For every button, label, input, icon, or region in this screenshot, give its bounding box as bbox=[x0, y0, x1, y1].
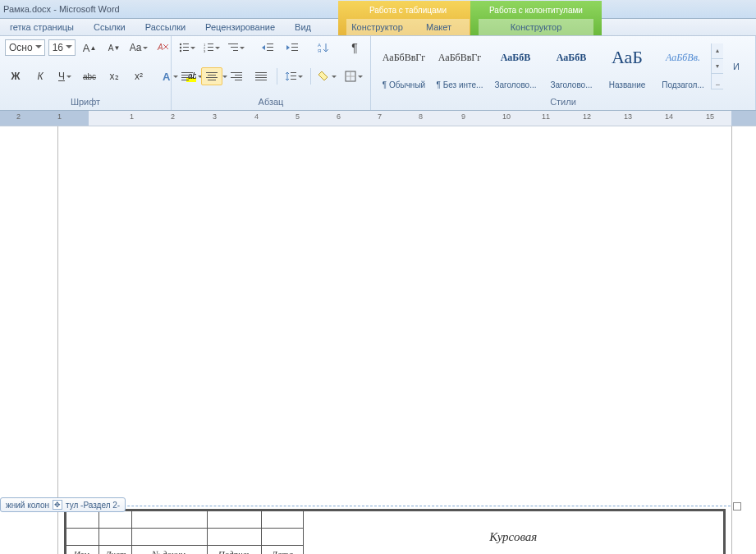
page[interactable] bbox=[57, 126, 732, 554]
tab-references[interactable]: Ссылки bbox=[84, 19, 135, 35]
svg-rect-39 bbox=[231, 77, 242, 78]
cell-work-type[interactable]: Курсовая bbox=[303, 511, 723, 555]
tab-header-design[interactable]: Конструктор bbox=[479, 19, 593, 35]
styles-scroll-more-icon[interactable]: ⎯ bbox=[712, 74, 723, 89]
increase-indent-button[interactable] bbox=[282, 39, 303, 57]
shading-button[interactable] bbox=[316, 67, 339, 85]
group-styles-label: Стили bbox=[373, 95, 754, 108]
svg-rect-22 bbox=[267, 47, 273, 48]
grow-font-button[interactable]: A▲ bbox=[79, 39, 100, 57]
ruler-number: 5 bbox=[296, 112, 300, 121]
tab-table-design[interactable]: Конструктор bbox=[346, 19, 408, 35]
document-area[interactable]: жний колон ✥ тул -Раздел 2- Курсовая Изм… bbox=[0, 126, 756, 554]
ruler-left-margin bbox=[0, 111, 89, 126]
title-block-table[interactable]: Курсовая Изм. Лист № докум. Подпись Дата… bbox=[64, 509, 726, 554]
ruler-number: 1 bbox=[57, 112, 62, 121]
styles-gallery-scroll[interactable]: ▴ ▾ ⎯ bbox=[711, 43, 723, 89]
style-no-spacing[interactable]: АаБбВвГг ¶ Без инте... bbox=[432, 41, 488, 92]
ruler-number: 11 bbox=[542, 112, 550, 121]
svg-rect-20 bbox=[233, 50, 238, 51]
cell-header-docnum[interactable]: № докум. bbox=[132, 546, 208, 555]
svg-rect-46 bbox=[291, 76, 296, 76]
tab-view[interactable]: Вид bbox=[285, 19, 321, 35]
font-size-combo[interactable]: 16 bbox=[48, 39, 76, 56]
svg-text:Я: Я bbox=[318, 48, 321, 53]
footer-boundary-line bbox=[57, 506, 731, 506]
svg-text:3: 3 bbox=[204, 49, 206, 53]
ruler-number: 4 bbox=[254, 112, 259, 121]
font-name-combo[interactable]: Осно bbox=[5, 39, 45, 56]
style-heading2[interactable]: АаБбВ Заголово... bbox=[543, 41, 599, 92]
horizontal-ruler[interactable]: 21123456789101112131415 bbox=[0, 111, 756, 126]
group-paragraph: 123 AЯ ¶ Абзац bbox=[172, 36, 371, 110]
svg-rect-9 bbox=[183, 47, 189, 48]
bullets-button[interactable] bbox=[176, 39, 198, 57]
tab-mailings[interactable]: Рассылки bbox=[135, 19, 195, 35]
ruler-number: 12 bbox=[583, 112, 591, 121]
clear-formatting-button[interactable]: A bbox=[153, 39, 174, 57]
strikethrough-button[interactable]: abc bbox=[79, 67, 100, 85]
table-row[interactable]: Курсовая bbox=[66, 511, 724, 529]
style-title[interactable]: АаБ Название bbox=[599, 41, 655, 92]
borders-button[interactable] bbox=[342, 67, 365, 85]
table-tools-title: Работа с таблицами bbox=[346, 2, 470, 19]
ribbon: Осно 16 A▲ A▼ Aa A Ж К Ч abc x₂ x² A ab … bbox=[0, 36, 756, 111]
svg-rect-7 bbox=[183, 43, 189, 44]
table-resize-handle-icon[interactable] bbox=[733, 502, 741, 511]
cell-header-list[interactable]: Лист bbox=[99, 546, 132, 555]
svg-rect-24 bbox=[291, 43, 298, 44]
line-spacing-button[interactable] bbox=[282, 67, 305, 85]
ruler-number: 3 bbox=[213, 112, 217, 121]
multilevel-list-button[interactable] bbox=[226, 39, 247, 57]
bold-button[interactable]: Ж bbox=[5, 67, 26, 85]
group-font-label: Шрифт bbox=[5, 95, 166, 108]
shrink-font-button[interactable]: A▼ bbox=[103, 39, 125, 57]
svg-rect-36 bbox=[208, 80, 216, 80]
underline-button[interactable]: Ч bbox=[54, 67, 76, 85]
svg-rect-44 bbox=[255, 80, 267, 80]
style-normal[interactable]: АаБбВвГг ¶ Обычный bbox=[376, 41, 432, 92]
align-left-button[interactable] bbox=[176, 67, 198, 85]
change-case-button[interactable]: Aa bbox=[128, 39, 149, 57]
align-right-button[interactable] bbox=[226, 67, 247, 85]
svg-text:A: A bbox=[318, 43, 321, 48]
svg-point-10 bbox=[180, 50, 181, 52]
styles-scroll-down-icon[interactable]: ▾ bbox=[712, 59, 723, 75]
sort-button[interactable]: AЯ bbox=[313, 39, 334, 57]
ruler-number: 13 bbox=[624, 112, 632, 121]
ruler-number: 7 bbox=[378, 112, 382, 121]
styles-scroll-up-icon[interactable]: ▴ bbox=[712, 43, 723, 59]
contextual-tab-table-tools: Работа с таблицами Конструктор Макет bbox=[338, 1, 479, 35]
style-heading1[interactable]: АаБбВ Заголово... bbox=[488, 41, 543, 92]
justify-button[interactable] bbox=[250, 67, 272, 85]
subscript-button[interactable]: x₂ bbox=[103, 67, 125, 85]
align-center-button[interactable] bbox=[201, 67, 222, 85]
svg-rect-41 bbox=[255, 72, 267, 73]
tab-page-layout[interactable]: гетка страницы bbox=[0, 19, 84, 35]
svg-rect-13 bbox=[208, 43, 213, 44]
numbering-button[interactable]: 123 bbox=[201, 39, 222, 57]
change-styles-button[interactable]: И bbox=[723, 62, 745, 71]
cell-header-date[interactable]: Дата bbox=[262, 546, 304, 555]
decrease-indent-button[interactable] bbox=[257, 39, 278, 57]
svg-rect-11 bbox=[183, 50, 189, 51]
svg-rect-25 bbox=[291, 47, 298, 48]
ruler-number: 2 bbox=[171, 112, 175, 121]
cell-header-izm[interactable]: Изм. bbox=[66, 546, 99, 555]
ruler-number: 8 bbox=[419, 112, 423, 121]
separator bbox=[310, 68, 311, 85]
svg-rect-37 bbox=[231, 72, 242, 73]
svg-rect-35 bbox=[206, 77, 218, 78]
table-move-handle-icon[interactable]: ✥ bbox=[53, 500, 62, 510]
svg-rect-45 bbox=[291, 72, 296, 73]
tab-review[interactable]: Рецензирование bbox=[195, 19, 285, 35]
cell-header-sign[interactable]: Подпись bbox=[208, 546, 262, 555]
style-subtitle[interactable]: АаБбВв. Подзагол... bbox=[655, 41, 711, 92]
footer-section-tag[interactable]: жний колон ✥ тул -Раздел 2- bbox=[0, 497, 126, 512]
show-marks-button[interactable]: ¶ bbox=[344, 39, 365, 57]
svg-text:A: A bbox=[163, 71, 171, 82]
superscript-button[interactable]: x² bbox=[128, 67, 149, 85]
italic-button[interactable]: К bbox=[30, 67, 51, 85]
svg-rect-15 bbox=[208, 47, 213, 48]
tab-table-layout[interactable]: Макет bbox=[408, 19, 470, 35]
